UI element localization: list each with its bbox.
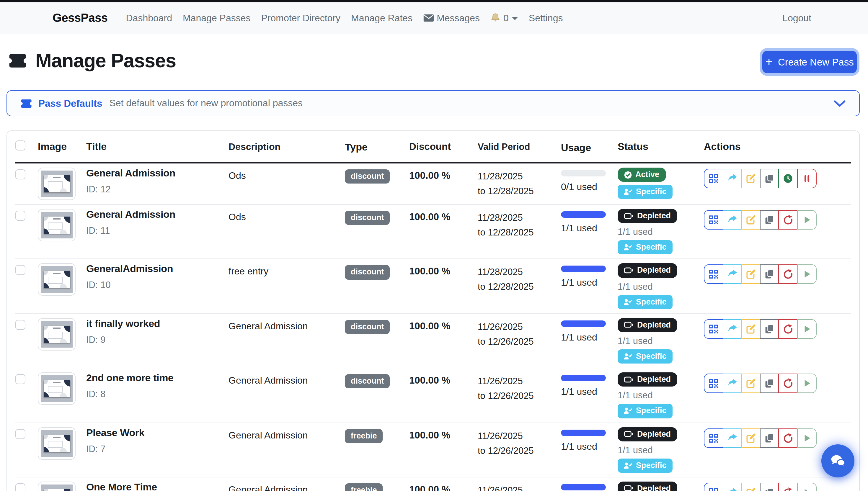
person-check-icon bbox=[623, 189, 633, 196]
specific-badge: Specific bbox=[618, 295, 673, 309]
qr-code-button[interactable] bbox=[704, 428, 723, 447]
edit-button[interactable] bbox=[741, 210, 760, 230]
pass-type-badge: discount bbox=[345, 169, 390, 183]
activate-button[interactable] bbox=[797, 210, 816, 230]
edit-button[interactable] bbox=[741, 374, 760, 393]
chevron-down-icon bbox=[833, 99, 846, 107]
pass-image-thumbnail bbox=[38, 168, 76, 200]
reset-button[interactable] bbox=[778, 483, 798, 491]
activate-button[interactable] bbox=[797, 319, 816, 339]
status-badge-active: Active bbox=[618, 168, 666, 182]
bell-icon bbox=[491, 13, 500, 23]
share-button[interactable] bbox=[723, 169, 742, 188]
redo-arrow-icon bbox=[783, 324, 793, 334]
battery-empty-icon bbox=[624, 322, 634, 328]
qr-code-button[interactable] bbox=[704, 374, 723, 393]
usage-progress-bar bbox=[561, 211, 606, 218]
activate-button[interactable] bbox=[797, 428, 816, 447]
row-checkbox[interactable] bbox=[16, 211, 25, 221]
pass-description: General Admission bbox=[228, 427, 345, 440]
duplicate-button[interactable] bbox=[760, 210, 779, 230]
battery-empty-icon bbox=[624, 485, 634, 491]
activate-button[interactable] bbox=[797, 265, 816, 284]
valid-to: to 12/28/2025 bbox=[478, 225, 556, 239]
nav-item-manage-rates[interactable]: Manage Rates bbox=[346, 9, 418, 27]
valid-to: to 12/26/2025 bbox=[478, 334, 556, 349]
column-header-image: Image bbox=[38, 141, 86, 152]
duplicate-button[interactable] bbox=[760, 319, 779, 339]
history-button[interactable] bbox=[778, 169, 798, 188]
row-checkbox[interactable] bbox=[16, 429, 25, 439]
table-row: Please Work ID: 7 General Admission free… bbox=[16, 423, 851, 478]
row-checkbox[interactable] bbox=[16, 483, 25, 491]
select-all-checkbox[interactable] bbox=[16, 140, 25, 150]
share-button[interactable] bbox=[723, 265, 742, 284]
share-button[interactable] bbox=[723, 428, 742, 447]
battery-empty-icon bbox=[624, 213, 634, 219]
reset-button[interactable] bbox=[778, 428, 798, 447]
plus-icon: + bbox=[765, 55, 773, 67]
nav-item-dashboard[interactable]: Dashboard bbox=[121, 9, 178, 27]
reset-button[interactable] bbox=[778, 374, 798, 393]
duplicate-button[interactable] bbox=[760, 169, 779, 188]
qr-code-icon bbox=[708, 324, 719, 334]
share-button[interactable] bbox=[723, 319, 742, 339]
reset-button[interactable] bbox=[778, 319, 798, 339]
pass-title: it finally worked bbox=[86, 318, 224, 330]
qr-code-button[interactable] bbox=[704, 319, 723, 339]
nav-item-messages[interactable]: Messages bbox=[418, 9, 485, 27]
redo-arrow-icon bbox=[783, 269, 793, 280]
edit-button[interactable] bbox=[741, 169, 760, 188]
pass-discount: 100.00 % bbox=[409, 482, 478, 491]
share-button[interactable] bbox=[723, 374, 742, 393]
row-checkbox[interactable] bbox=[16, 374, 25, 384]
status-badge-depleted: Depleted bbox=[618, 427, 677, 441]
pass-description: General Admission bbox=[228, 482, 345, 491]
pause-button[interactable] bbox=[797, 169, 816, 188]
usage-progress-bar bbox=[561, 320, 606, 327]
usage-progress-bar bbox=[561, 484, 606, 490]
qr-code-button[interactable] bbox=[704, 210, 723, 230]
nav-item-settings[interactable]: Settings bbox=[524, 9, 568, 27]
nav-item-manage-passes[interactable]: Manage Passes bbox=[177, 9, 256, 27]
pass-description: free entry bbox=[228, 263, 345, 277]
nav-item-promoter-directory[interactable]: Promoter Directory bbox=[256, 9, 346, 27]
usage-label: 1/1 used bbox=[561, 278, 613, 288]
share-button[interactable] bbox=[723, 483, 742, 491]
reset-button[interactable] bbox=[778, 210, 798, 230]
reset-button[interactable] bbox=[778, 265, 798, 284]
brand-logo[interactable]: GessPass bbox=[53, 11, 108, 25]
edit-button[interactable] bbox=[741, 483, 760, 491]
table-row: One More Time ID: 6 General Admission fr… bbox=[16, 478, 851, 491]
qr-code-button[interactable] bbox=[704, 483, 723, 491]
edit-pencil-icon bbox=[746, 173, 756, 183]
duplicate-button[interactable] bbox=[760, 374, 779, 393]
share-button[interactable] bbox=[723, 210, 742, 230]
notifications-dropdown[interactable]: 0 bbox=[485, 9, 524, 27]
logout-link[interactable]: Logout bbox=[782, 13, 811, 23]
row-checkbox[interactable] bbox=[16, 265, 25, 275]
duplicate-button[interactable] bbox=[760, 483, 779, 491]
qr-code-button[interactable] bbox=[704, 265, 723, 284]
chat-fab-button[interactable] bbox=[821, 444, 855, 478]
pass-defaults-toggle[interactable]: Pass Defaults Set default values for new… bbox=[6, 90, 860, 116]
create-new-pass-label: Create New Pass bbox=[778, 56, 854, 67]
redo-arrow-icon bbox=[783, 433, 793, 443]
activate-button[interactable] bbox=[797, 483, 816, 491]
table-row: 2nd one more time ID: 8 General Admissio… bbox=[16, 368, 851, 423]
usage-progress-fill bbox=[561, 211, 606, 218]
edit-button[interactable] bbox=[741, 319, 760, 339]
valid-from: 11/26/2025 bbox=[478, 483, 556, 491]
usage-label: 1/1 used bbox=[561, 386, 613, 397]
qr-code-button[interactable] bbox=[704, 169, 723, 188]
create-new-pass-button[interactable]: + Create New Pass bbox=[762, 51, 857, 73]
activate-button[interactable] bbox=[797, 374, 816, 393]
pass-image-thumbnail bbox=[38, 318, 76, 351]
row-checkbox[interactable] bbox=[16, 320, 25, 330]
duplicate-button[interactable] bbox=[760, 428, 779, 447]
duplicate-button[interactable] bbox=[760, 265, 779, 284]
edit-button[interactable] bbox=[741, 265, 760, 284]
redo-arrow-icon bbox=[783, 488, 793, 491]
row-checkbox[interactable] bbox=[16, 169, 25, 179]
edit-button[interactable] bbox=[741, 428, 760, 447]
